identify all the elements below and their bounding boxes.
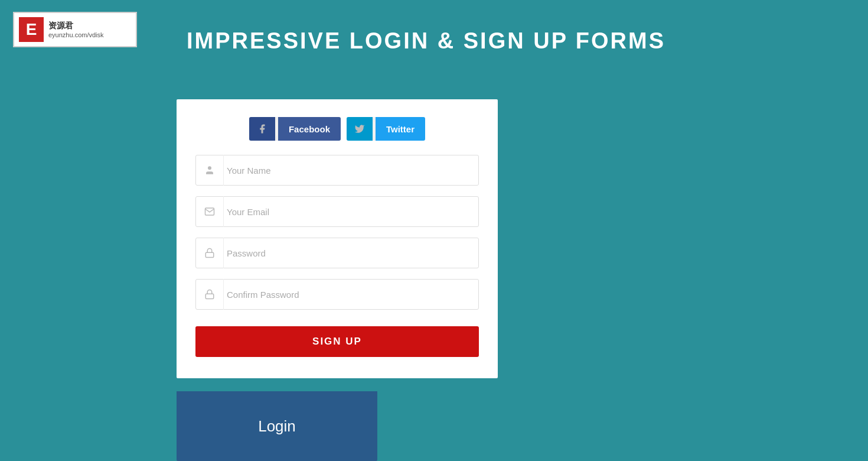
- twitter-button[interactable]: Twitter: [347, 117, 425, 141]
- confirm-password-field-group: [195, 279, 479, 310]
- logo-chinese: 资源君: [48, 21, 104, 31]
- twitter-divider: [374, 122, 374, 136]
- logo-container: E 资源君 eyunzhu.com/vdisk: [13, 12, 137, 47]
- signup-button[interactable]: SIGN UP: [195, 326, 479, 357]
- confirm-password-input[interactable]: [195, 279, 479, 310]
- name-input[interactable]: [195, 155, 479, 186]
- svg-rect-1: [205, 252, 214, 257]
- facebook-divider: [276, 122, 277, 136]
- svg-point-0: [208, 166, 211, 170]
- email-input[interactable]: [195, 196, 479, 227]
- social-buttons-row: Facebook Twitter: [195, 117, 479, 141]
- twitter-label: Twitter: [376, 117, 425, 141]
- facebook-label: Facebook: [278, 117, 341, 141]
- facebook-button[interactable]: Facebook: [249, 117, 341, 141]
- person-icon: [195, 155, 224, 186]
- form-card: Facebook Twitter: [177, 99, 498, 378]
- name-field-group: [195, 155, 479, 186]
- logo-url: eyunzhu.com/vdisk: [48, 31, 104, 38]
- password-input[interactable]: [195, 238, 479, 268]
- email-field-group: [195, 196, 479, 227]
- svg-rect-2: [205, 294, 214, 298]
- logo-letter: E: [19, 17, 44, 42]
- logo-text: 资源君 eyunzhu.com/vdisk: [48, 21, 104, 38]
- facebook-icon: [249, 117, 275, 141]
- login-section[interactable]: Login: [177, 391, 377, 461]
- login-label: Login: [258, 417, 296, 436]
- email-icon: [195, 196, 224, 227]
- page-title: IMPRESSIVE LOGIN & SIGN UP FORMS: [187, 28, 665, 54]
- password-field-group: [195, 238, 479, 268]
- confirm-lock-icon: [195, 279, 224, 310]
- logo-box: E 资源君 eyunzhu.com/vdisk: [13, 12, 137, 47]
- lock-icon: [195, 238, 224, 268]
- twitter-icon: [347, 117, 373, 141]
